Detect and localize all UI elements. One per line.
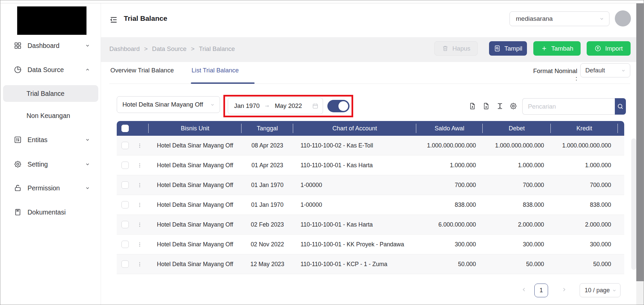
tambah-button[interactable]: Tambah	[533, 41, 581, 56]
filter-toggle[interactable]	[327, 100, 350, 112]
row-kebab-menu-icon[interactable]	[137, 202, 143, 208]
sidebar-item-setting[interactable]: Setting	[0, 157, 101, 172]
cell-debet: 50.000	[483, 254, 551, 274]
user-avatar[interactable]	[615, 10, 631, 26]
breadcrumb-data-source[interactable]: Data Source	[152, 45, 186, 53]
cell-tanggal: 01 Apr 2023	[241, 156, 293, 175]
sidebar-item-permission[interactable]: Permission	[0, 181, 101, 195]
cell-kredit: 1.000.000.000.000	[551, 136, 618, 155]
trash-icon	[442, 45, 449, 52]
row-kebab-menu-icon[interactable]	[137, 261, 143, 267]
cell-kredit: 2.000.000	[551, 215, 618, 234]
sidebar: Dashboard Data Source Trial Balance Non …	[0, 3, 101, 305]
row-kebab-menu-icon[interactable]	[137, 222, 143, 228]
column-height-icon[interactable]	[496, 102, 504, 110]
settings-icon[interactable]	[509, 102, 517, 110]
workspace-select[interactable]: mediasarana	[509, 11, 609, 26]
business-unit-value: Hotel Delta Sinar Mayang Off	[122, 101, 203, 108]
file-excel-icon[interactable]	[482, 102, 490, 110]
business-unit-select[interactable]: Hotel Delta Sinar Mayang Off	[117, 96, 220, 113]
date-from-value[interactable]: Jan 1970	[234, 102, 260, 110]
pagination-prev-icon[interactable]	[521, 287, 527, 293]
row-checkbox[interactable]	[121, 181, 129, 189]
chevron-down-icon	[85, 162, 90, 167]
pie-chart-icon	[14, 66, 22, 74]
sidebar-item-label: Non Keuangan	[26, 112, 70, 120]
cell-bisnis-unit: Hotel Delta Sinar Mayang Off	[149, 156, 241, 175]
tab-overview-trial-balance[interactable]: Overview Trial Balance	[110, 67, 174, 74]
search-button[interactable]	[615, 98, 626, 115]
search-input[interactable]	[522, 98, 615, 115]
file-pdf-icon[interactable]	[469, 102, 476, 110]
file-search-icon	[494, 45, 501, 52]
cell-kredit: 838.000	[551, 195, 618, 215]
sidebar-collapse-icon[interactable]	[109, 15, 118, 24]
content-panel: Overview Trial Balance List Trial Balanc…	[101, 62, 637, 305]
unlock-icon	[14, 184, 22, 192]
import-button-label: Import	[605, 45, 623, 52]
cell-bisnis-unit: Hotel Delta Sinar Mayang Off	[149, 195, 241, 215]
chevron-down-icon	[599, 16, 604, 21]
row-kebab-menu-icon[interactable]	[137, 242, 143, 247]
page-scrollbar-thumb[interactable]	[636, 3, 644, 281]
upload-circle-icon	[594, 45, 601, 52]
sidebar-item-non-keuangan[interactable]: Non Keuangan	[3, 107, 98, 124]
date-to-value[interactable]: May 2022	[275, 102, 302, 110]
search-bar	[522, 98, 625, 115]
sidebar-item-data-source[interactable]: Data Source	[0, 62, 101, 77]
table-scrollbar-thumb[interactable]	[631, 138, 636, 270]
column-header-kredit: Kredit	[551, 121, 618, 136]
cell-bisnis-unit: Hotel Delta Sinar Mayang Off	[149, 235, 241, 254]
cell-debet: 838.000	[483, 195, 551, 215]
breadcrumb-dashboard[interactable]: Dashboard	[109, 45, 140, 53]
sidebar-item-label: Setting	[28, 161, 48, 168]
cell-chart-of-account: 110-110-100-01 - Kas Harta	[293, 215, 416, 234]
chevron-up-icon	[85, 67, 90, 72]
row-checkbox[interactable]	[121, 142, 129, 149]
sidebar-item-label: Permission	[28, 184, 60, 192]
cell-tanggal: 01 Jan 1970	[241, 195, 293, 215]
cell-kredit: 300.000	[551, 235, 618, 254]
cell-tanggal: 08 Apr 2023	[241, 136, 293, 155]
sidebar-item-trial-balance[interactable]: Trial Balance	[3, 85, 98, 102]
cell-tanggal: 02 Nov 2022	[241, 235, 293, 254]
tabs-divider	[109, 83, 630, 84]
cell-chart-of-account: 110-110-100-02 - Kas E-Toll	[293, 136, 416, 155]
cell-chart-of-account: 110-110-100-01 - Kas Harta	[293, 156, 416, 175]
column-header-tanggal: Tanggal	[241, 121, 293, 136]
active-tab-underline	[191, 82, 255, 84]
date-range-picker[interactable]: Jan 1970 May 2022	[228, 98, 323, 114]
sidebar-item-dashboard[interactable]: Dashboard	[0, 38, 101, 53]
tampil-button[interactable]: Tampil	[489, 41, 527, 56]
row-checkbox[interactable]	[121, 260, 129, 268]
tab-list-trial-balance[interactable]: List Trial Balance	[192, 67, 239, 74]
sidebar-item-label: Dashboard	[28, 42, 59, 50]
cell-tanggal: 02 Feb 2023	[241, 215, 293, 234]
column-header-saldo-awal: Saldo Awal	[416, 121, 483, 136]
pagination-page-1[interactable]: 1	[534, 284, 548, 297]
page-scrollbar[interactable]	[636, 3, 644, 305]
sidebar-item-entitas[interactable]: Entitas	[0, 132, 101, 147]
page-size-select[interactable]: 10 / page	[580, 283, 621, 297]
entity-sliders-icon	[14, 136, 22, 144]
format-nominal-select[interactable]: Default	[580, 63, 630, 77]
row-checkbox[interactable]	[121, 241, 129, 248]
import-button[interactable]: Import	[587, 41, 631, 56]
select-all-checkbox[interactable]	[121, 125, 129, 132]
row-checkbox[interactable]	[121, 221, 129, 228]
table-row: Hotel Delta Sinar Mayang Off 08 Apr 2023…	[117, 136, 624, 156]
pagination-next-icon[interactable]	[561, 287, 567, 293]
table-row: Hotel Delta Sinar Mayang Off 02 Nov 2022…	[117, 235, 624, 254]
hapus-button[interactable]: Hapus	[434, 41, 478, 56]
window-top-edge	[0, 0, 644, 3]
row-checkbox[interactable]	[121, 162, 129, 169]
sidebar-item-dokumentasi[interactable]: Dokumentasi	[0, 205, 101, 220]
cell-bisnis-unit: Hotel Delta Sinar Mayang Off	[149, 215, 241, 234]
chevron-down-icon	[210, 102, 215, 107]
row-kebab-menu-icon[interactable]	[137, 163, 143, 168]
row-kebab-menu-icon[interactable]	[137, 143, 143, 148]
row-checkbox[interactable]	[121, 201, 129, 208]
app-header: Trial Balance mediasarana	[101, 3, 637, 37]
row-kebab-menu-icon[interactable]	[137, 182, 143, 188]
app-window: Dashboard Data Source Trial Balance Non …	[0, 0, 644, 305]
